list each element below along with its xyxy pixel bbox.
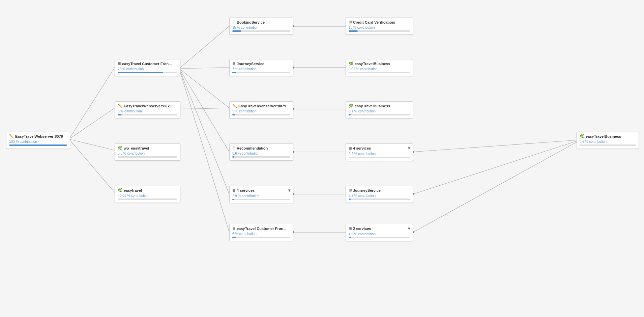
contribution-label: 0.4 % contribution [349,152,410,156]
node-title-n0: ✏️EasyTravelWebserver:8079 [9,134,67,138]
pencil-icon: ✏️ [9,134,14,138]
bar-background [118,199,177,200]
contribution-label: <0.01 % contribution [118,194,177,197]
svg-line-7 [180,71,229,152]
node-name: easyTravelBusiness [355,62,390,66]
node-title-n2: ✏️EasyTravelWebserver:8079 [118,104,177,108]
svg-line-27 [413,142,577,232]
leaf-icon: 🌿 [580,134,584,138]
svg-line-2 [70,139,115,150]
contribution-label: 4.5 % contribution [349,232,410,236]
node-title-n12: 🌿easyTravelBusiness [349,61,410,66]
grid-icon: ⊞ [232,226,235,231]
contribution-label: 6 % contribution [118,109,177,113]
grid-icon: ⊞ [232,146,235,150]
node-n1[interactable]: ⊞easyTravel Customer Fron...76 % contrib… [115,59,180,76]
node-title-n1: ⊞easyTravel Customer Fron... [118,61,177,66]
diagram-canvas: ✏️EasyTravelWebserver:8079100 % contribu… [0,0,644,317]
grid-icon: ⊞ [232,20,235,24]
svg-line-1 [70,108,115,138]
node-name: Recommendation [237,146,268,150]
node-name: easyTravel Customer Fron... [237,227,286,231]
node-title-n6: ⊞JourneyService [232,61,290,66]
svg-line-3 [70,140,115,192]
node-n0[interactable]: ✏️EasyTravelWebserver:8079100 % contribu… [6,132,70,149]
bar-background [580,144,636,146]
node-name: Credit Card Verification/ [353,20,395,24]
bar-fill [232,72,236,73]
pencil-icon: ✏️ [118,104,122,108]
svg-line-9 [180,108,229,109]
bar-fill [232,156,234,158]
grid-icon: ⊞ [118,61,121,66]
node-n15[interactable]: ⊞JourneyService3.2 % contribution [346,186,413,203]
bar-fill [580,144,580,146]
node-name: easyTravelBusiness [355,104,390,108]
contribution-label: 7 % contribution [232,67,290,71]
svg-line-25 [413,141,577,194]
node-n16[interactable]: ⊞2 services▾4.5 % contribution [346,224,413,241]
node-title-n9: ⊞4 services▾ [232,188,290,193]
node-title-n5: ⊞BookingService [232,20,290,24]
node-n2[interactable]: ✏️EasyTravelWebserver:80796 % contributi… [115,101,180,118]
grid-icon: ⊞ [349,227,352,231]
node-n13[interactable]: 🌿easyTravelBusiness3.1 % contribution [346,101,413,118]
node-n4[interactable]: 🌿easytravel<0.01 % contribution [115,186,180,203]
node-n7[interactable]: ✏️EasyTravelWebserver:80795 % contributi… [229,101,293,118]
grid-icon: ⊞ [232,61,235,66]
connections-svg [0,0,644,317]
bar-background [349,30,410,32]
node-n17[interactable]: 🌿easyTravelBusiness0.6 % contribution [577,132,639,149]
bar-fill [349,30,358,32]
contribution-label: 6 % contribution [232,232,290,236]
node-n8[interactable]: ⊞Recommendation3.6 % contribution [229,143,293,161]
bar-background [9,144,67,146]
grid-icon: ⊞ [349,188,352,192]
contribution-label: 5 % contribution [232,109,290,113]
contribution-label: 3.6 % contribution [232,152,290,155]
bar-background [349,114,410,115]
node-title-n7: ✏️EasyTravelWebserver:8079 [232,104,290,108]
node-n3[interactable]: 🌿wp_easytravel0.5 % contribution [115,143,180,161]
bar-background [118,72,177,73]
leaf-icon: 🌿 [118,188,122,192]
pencil-icon: ✏️ [232,104,237,108]
bar-fill [9,144,67,146]
node-name: BookingService [237,20,265,24]
node-n12[interactable]: 🌿easyTravelBusiness0.02 % contribution [346,59,413,76]
contribution-label: 2.9 % contribution [232,194,290,198]
svg-line-8 [180,72,229,194]
bar-background [349,157,410,158]
node-n9[interactable]: ⊞4 services▾2.9 % contribution [229,186,293,203]
node-n6[interactable]: ⊞JourneyService7 % contribution [229,59,293,76]
bar-background [349,199,410,200]
bar-fill [232,237,236,238]
node-n5[interactable]: ⊞BookingService15 % contribution [229,18,293,35]
node-name: wp_easytravel [124,146,149,150]
node-n11[interactable]: ⊞Credit Card Verification/15 % contribut… [346,18,413,35]
node-n14[interactable]: ⊞4 services▾0.4 % contribution [346,143,413,161]
expand-button[interactable]: ▾ [408,146,410,151]
svg-line-6 [180,70,229,108]
leaf-icon: 🌿 [118,146,122,150]
node-n10[interactable]: ⊞easyTravel Customer Fron...6 % contribu… [229,224,293,241]
contribution-label: 100 % contribution [9,140,67,143]
contribution-label: 3.2 % contribution [349,194,410,197]
svg-line-10 [180,73,229,232]
node-name: EasyTravelWebserver:8079 [124,104,172,108]
svg-line-0 [70,68,115,137]
bar-background [349,237,410,238]
bar-fill [118,156,118,158]
bar-fill [349,157,349,158]
expand-button[interactable]: ▾ [408,226,410,231]
grid-icon: ⊞ [349,20,352,24]
expand-button[interactable]: ▾ [288,188,290,193]
bar-fill [349,114,351,115]
bar-background [232,30,290,32]
contribution-label: 0.5 % contribution [118,152,177,155]
leaf-icon: 🌿 [349,104,353,108]
node-name: EasyTravelWebserver:8079 [15,134,63,138]
node-name: JourneyService [237,62,264,66]
svg-line-4 [180,26,229,68]
node-title-n15: ⊞JourneyService [349,188,410,192]
